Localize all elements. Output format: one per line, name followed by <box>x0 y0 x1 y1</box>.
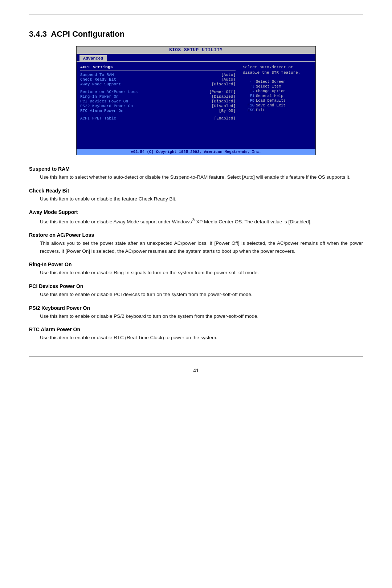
doc-section-rtc-alarm: RTC Alarm Power On Use this item to enab… <box>29 327 363 342</box>
doc-section-ps2-keyboard: PS/2 Keyboard Power On Use this item to … <box>29 305 363 320</box>
bios-key-row-ud: ↑↓ Select Item <box>243 84 312 89</box>
doc-heading-ps2-keyboard: PS/2 Keyboard Power On <box>29 305 363 311</box>
bios-row-ring-in: Ring-In Power On [Disabled] <box>80 94 236 99</box>
bios-key-row-f1: F1 General Help <box>243 94 312 98</box>
section-title: 3.4.3 ACPI Configuration <box>29 29 363 39</box>
bios-tab-advanced: Advanced <box>79 55 107 61</box>
doc-heading-restore-ac: Restore on AC/Power Loss <box>29 232 363 238</box>
doc-section-away-mode: Away Mode Support Use this item to enabl… <box>29 209 363 226</box>
bios-title-bar: BIOS SETUP UTILITY <box>77 46 315 54</box>
doc-body-ring-in: Use this item to enable or disable Ring-… <box>40 269 363 277</box>
bios-row-rtc-alarm: RTC Alarm Power On [By OS] <box>80 109 236 113</box>
bios-content: ACPI Settings Suspend To RAM [Auto] Chec… <box>77 62 315 149</box>
doc-section-pci-devices: PCI Devices Power On Use this item to en… <box>29 283 363 299</box>
doc-heading-rtc-alarm: RTC Alarm Power On <box>29 327 363 332</box>
doc-section-restore-ac: Restore on AC/Power Loss This allows you… <box>29 232 363 255</box>
bios-section-header: ACPI Settings <box>80 65 236 70</box>
bios-key-row-arrows: ←→ Select Screen <box>243 80 312 84</box>
doc-body-away-mode: Use this item to enable or disable Away … <box>40 216 363 226</box>
bios-row-ps2-keyboard: PS/2 Keyboard Power On [Disabled] <box>80 104 236 108</box>
bios-key-row-f10: F10 Save and Exit <box>243 103 312 108</box>
bios-left-panel: ACPI Settings Suspend To RAM [Auto] Chec… <box>80 65 239 146</box>
bios-row-away-mode: Away Mode Support [Disabled] <box>80 82 236 86</box>
doc-section-ring-in: Ring-In Power On Use this item to enable… <box>29 261 363 277</box>
doc-body-restore-ac: This allows you to set the power state a… <box>40 239 363 255</box>
doc-heading-suspend-to-ram: Suspend to RAM <box>29 166 363 172</box>
doc-heading-check-ready-bit: Check Ready Bit <box>29 188 363 194</box>
doc-heading-away-mode: Away Mode Support <box>29 209 363 215</box>
doc-heading-ring-in: Ring-In Power On <box>29 261 363 267</box>
page-number: 41 <box>29 368 363 373</box>
bios-row-suspend: Suspend To RAM [Auto] <box>80 73 236 77</box>
bottom-rule <box>29 356 363 357</box>
bios-spacer-2 <box>80 113 236 116</box>
doc-body-rtc-alarm: Use this item to enable or disable RTC (… <box>40 334 363 342</box>
doc-section-suspend-to-ram: Suspend to RAM Use this item to select w… <box>29 166 363 181</box>
bios-row-acpi-hpet: ACPI HPET Table [Enabled] <box>80 116 236 121</box>
bios-key-row-plus-minus: +- Change Option <box>243 89 312 93</box>
page-container: 3.4.3 ACPI Configuration BIOS SETUP UTIL… <box>0 0 392 588</box>
doc-body-ps2-keyboard: Use this item to enable or disable PS/2 … <box>40 312 363 320</box>
bios-screenshot: BIOS SETUP UTILITY Advanced ACPI Setting… <box>76 46 316 155</box>
doc-section-check-ready-bit: Check Ready Bit Use this item to enable … <box>29 188 363 203</box>
bios-spacer-1 <box>80 87 236 90</box>
bios-tab-row: Advanced <box>77 54 315 62</box>
top-rule <box>29 15 363 15</box>
bios-row-pci-devices: PCI Devices Power On [Disabled] <box>80 99 236 104</box>
bios-footer: v02.54 (C) Copyright 1985-2003, American… <box>77 149 315 155</box>
bios-key-row-esc: ESC Exit <box>243 108 312 112</box>
doc-body-suspend-to-ram: Use this item to select whether to auto-… <box>40 173 363 181</box>
bios-right-panel: Select auto-detect or disable the STR fe… <box>239 65 312 146</box>
bios-key-legend: ←→ Select Screen ↑↓ Select Item +- Chang… <box>243 80 312 112</box>
doc-body-pci-devices: Use this item to enable or disable PCI d… <box>40 291 363 299</box>
bios-row-restore-ac: Restore on AC/Power Loss [Power Off] <box>80 90 236 94</box>
doc-heading-pci-devices: PCI Devices Power On <box>29 283 363 289</box>
bios-key-row-f9: F9 Load Defaults <box>243 98 312 103</box>
bios-row-check-ready: Check Ready Bit [Auto] <box>80 77 236 82</box>
doc-body-check-ready-bit: Use this item to enable or disable the f… <box>40 195 363 203</box>
bios-help-text: Select auto-detect or disable the STR fe… <box>243 65 312 76</box>
